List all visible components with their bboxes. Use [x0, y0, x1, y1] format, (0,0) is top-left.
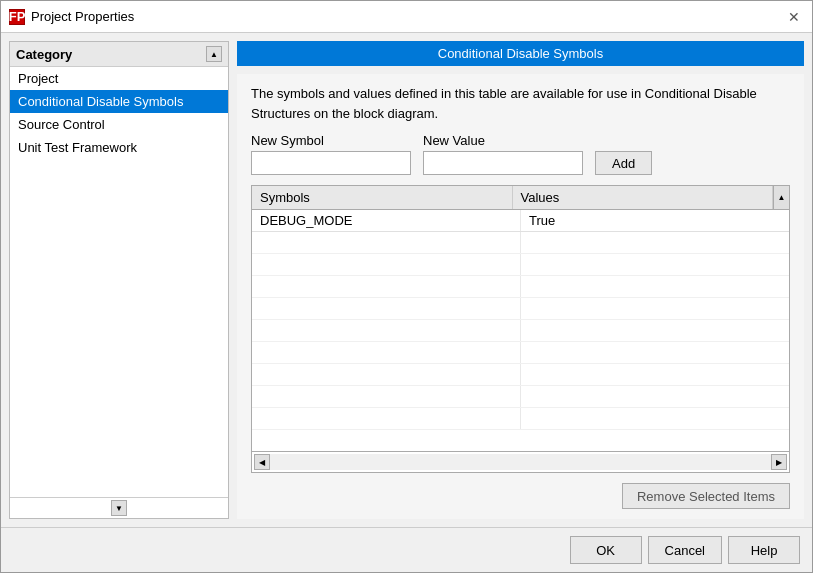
add-button[interactable]: Add: [595, 151, 652, 175]
main-panel: Conditional Disable Symbols The symbols …: [237, 41, 804, 519]
new-value-input[interactable]: [423, 151, 583, 175]
sidebar-scroll-up-icon[interactable]: ▲: [206, 46, 222, 62]
table-row-empty-7: [252, 364, 789, 386]
table-scroll-up-icon[interactable]: ▲: [773, 186, 789, 209]
remove-row: Remove Selected Items: [251, 483, 790, 509]
symbols-column-header: Symbols: [252, 186, 513, 209]
table-scroll-right-icon[interactable]: ▶: [771, 454, 787, 470]
table-bottom-bar: ◀ ▶: [252, 451, 789, 472]
help-button[interactable]: Help: [728, 536, 800, 564]
dialog-footer: OK Cancel Help: [1, 527, 812, 572]
app-icon-label: FP: [9, 9, 26, 24]
cancel-button[interactable]: Cancel: [648, 536, 722, 564]
app-icon: FP: [9, 9, 25, 25]
remove-selected-button[interactable]: Remove Selected Items: [622, 483, 790, 509]
table-header: Symbols Values ▲: [252, 186, 789, 210]
new-value-label: New Value: [423, 133, 583, 148]
table-row[interactable]: DEBUG_MODE True: [252, 210, 789, 232]
sidebar-item-unit-test-label: Unit Test Framework: [18, 140, 137, 155]
table-scroll-left-icon[interactable]: ◀: [254, 454, 270, 470]
new-symbol-input[interactable]: [251, 151, 411, 175]
description-text: The symbols and values defined in this t…: [251, 84, 790, 123]
project-properties-dialog: FP Project Properties ✕ Category ▲ Proje…: [0, 0, 813, 573]
sidebar-item-source-control[interactable]: Source Control: [10, 113, 228, 136]
ok-button[interactable]: OK: [570, 536, 642, 564]
symbols-table: Symbols Values ▲ DEBUG_MODE True: [251, 185, 790, 473]
panel-content: The symbols and values defined in this t…: [237, 74, 804, 519]
table-row-empty-5: [252, 320, 789, 342]
sidebar-header: Category ▲: [10, 42, 228, 67]
new-value-group: New Value: [423, 133, 583, 175]
sidebar-item-unit-test-framework[interactable]: Unit Test Framework: [10, 136, 228, 159]
value-cell: True: [521, 210, 789, 231]
sidebar-items: Project Conditional Disable Symbols Sour…: [10, 67, 228, 497]
table-row-empty-9: [252, 408, 789, 430]
dialog-title: Project Properties: [31, 9, 784, 24]
sidebar: Category ▲ Project Conditional Disable S…: [9, 41, 229, 519]
sidebar-category-label: Category: [16, 47, 72, 62]
table-row-empty-8: [252, 386, 789, 408]
dialog-body: Category ▲ Project Conditional Disable S…: [1, 33, 812, 527]
symbol-cell: DEBUG_MODE: [252, 210, 521, 231]
table-row-empty-6: [252, 342, 789, 364]
panel-title: Conditional Disable Symbols: [237, 41, 804, 66]
sidebar-footer: ▼: [10, 497, 228, 518]
sidebar-item-project-label: Project: [18, 71, 58, 86]
table-body: DEBUG_MODE True: [252, 210, 789, 451]
sidebar-item-project[interactable]: Project: [10, 67, 228, 90]
title-bar: FP Project Properties ✕: [1, 1, 812, 33]
table-horizontal-scrollbar[interactable]: [270, 454, 771, 470]
sidebar-item-conditional-disable-symbols[interactable]: Conditional Disable Symbols: [10, 90, 228, 113]
values-column-header: Values: [513, 186, 774, 209]
new-symbol-group: New Symbol: [251, 133, 411, 175]
close-button[interactable]: ✕: [784, 7, 804, 27]
sidebar-item-source-control-label: Source Control: [18, 117, 105, 132]
table-row-empty-1: [252, 232, 789, 254]
sidebar-scroll-down-icon[interactable]: ▼: [111, 500, 127, 516]
sidebar-item-conditional-label: Conditional Disable Symbols: [18, 94, 183, 109]
new-symbol-label: New Symbol: [251, 133, 411, 148]
table-row-empty-4: [252, 298, 789, 320]
table-row-empty-3: [252, 276, 789, 298]
table-row-empty-2: [252, 254, 789, 276]
inputs-row: New Symbol New Value Add: [251, 133, 790, 175]
